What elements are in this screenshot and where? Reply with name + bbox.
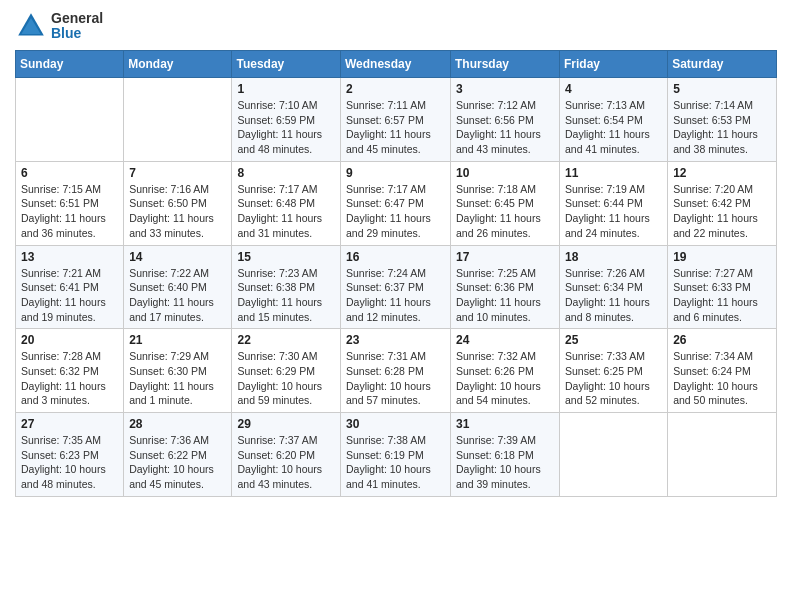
day-info: Sunrise: 7:23 AM Sunset: 6:38 PM Dayligh… <box>237 266 335 325</box>
page-header: General Blue <box>15 10 777 42</box>
day-number: 3 <box>456 82 554 96</box>
calendar-cell: 29Sunrise: 7:37 AM Sunset: 6:20 PM Dayli… <box>232 413 341 497</box>
day-info: Sunrise: 7:34 AM Sunset: 6:24 PM Dayligh… <box>673 349 771 408</box>
day-info: Sunrise: 7:17 AM Sunset: 6:47 PM Dayligh… <box>346 182 445 241</box>
calendar-cell <box>124 78 232 162</box>
day-number: 1 <box>237 82 335 96</box>
day-info: Sunrise: 7:38 AM Sunset: 6:19 PM Dayligh… <box>346 433 445 492</box>
day-info: Sunrise: 7:35 AM Sunset: 6:23 PM Dayligh… <box>21 433 118 492</box>
calendar-cell: 25Sunrise: 7:33 AM Sunset: 6:25 PM Dayli… <box>560 329 668 413</box>
day-number: 12 <box>673 166 771 180</box>
day-info: Sunrise: 7:39 AM Sunset: 6:18 PM Dayligh… <box>456 433 554 492</box>
day-number: 15 <box>237 250 335 264</box>
day-number: 18 <box>565 250 662 264</box>
day-info: Sunrise: 7:28 AM Sunset: 6:32 PM Dayligh… <box>21 349 118 408</box>
calendar-cell: 27Sunrise: 7:35 AM Sunset: 6:23 PM Dayli… <box>16 413 124 497</box>
calendar-cell: 11Sunrise: 7:19 AM Sunset: 6:44 PM Dayli… <box>560 161 668 245</box>
day-info: Sunrise: 7:26 AM Sunset: 6:34 PM Dayligh… <box>565 266 662 325</box>
calendar-cell: 23Sunrise: 7:31 AM Sunset: 6:28 PM Dayli… <box>341 329 451 413</box>
calendar-cell: 6Sunrise: 7:15 AM Sunset: 6:51 PM Daylig… <box>16 161 124 245</box>
weekday-header: Friday <box>560 51 668 78</box>
calendar-cell: 3Sunrise: 7:12 AM Sunset: 6:56 PM Daylig… <box>451 78 560 162</box>
day-number: 10 <box>456 166 554 180</box>
calendar-cell: 22Sunrise: 7:30 AM Sunset: 6:29 PM Dayli… <box>232 329 341 413</box>
weekday-header: Wednesday <box>341 51 451 78</box>
calendar-cell: 8Sunrise: 7:17 AM Sunset: 6:48 PM Daylig… <box>232 161 341 245</box>
day-number: 2 <box>346 82 445 96</box>
calendar-week-row: 1Sunrise: 7:10 AM Sunset: 6:59 PM Daylig… <box>16 78 777 162</box>
day-info: Sunrise: 7:12 AM Sunset: 6:56 PM Dayligh… <box>456 98 554 157</box>
calendar-cell: 16Sunrise: 7:24 AM Sunset: 6:37 PM Dayli… <box>341 245 451 329</box>
logo-text: General Blue <box>51 11 103 42</box>
calendar-cell <box>668 413 777 497</box>
logo: General Blue <box>15 10 103 42</box>
weekday-header: Saturday <box>668 51 777 78</box>
day-number: 19 <box>673 250 771 264</box>
weekday-header: Thursday <box>451 51 560 78</box>
day-info: Sunrise: 7:11 AM Sunset: 6:57 PM Dayligh… <box>346 98 445 157</box>
day-number: 24 <box>456 333 554 347</box>
calendar-week-row: 27Sunrise: 7:35 AM Sunset: 6:23 PM Dayli… <box>16 413 777 497</box>
calendar-week-row: 13Sunrise: 7:21 AM Sunset: 6:41 PM Dayli… <box>16 245 777 329</box>
calendar-cell: 20Sunrise: 7:28 AM Sunset: 6:32 PM Dayli… <box>16 329 124 413</box>
day-info: Sunrise: 7:20 AM Sunset: 6:42 PM Dayligh… <box>673 182 771 241</box>
day-number: 29 <box>237 417 335 431</box>
day-info: Sunrise: 7:24 AM Sunset: 6:37 PM Dayligh… <box>346 266 445 325</box>
weekday-header: Tuesday <box>232 51 341 78</box>
logo-icon <box>15 10 47 42</box>
calendar-table: SundayMondayTuesdayWednesdayThursdayFrid… <box>15 50 777 497</box>
calendar-week-row: 6Sunrise: 7:15 AM Sunset: 6:51 PM Daylig… <box>16 161 777 245</box>
day-number: 17 <box>456 250 554 264</box>
day-number: 25 <box>565 333 662 347</box>
weekday-header: Monday <box>124 51 232 78</box>
weekday-header-row: SundayMondayTuesdayWednesdayThursdayFrid… <box>16 51 777 78</box>
calendar-cell: 4Sunrise: 7:13 AM Sunset: 6:54 PM Daylig… <box>560 78 668 162</box>
calendar-cell: 24Sunrise: 7:32 AM Sunset: 6:26 PM Dayli… <box>451 329 560 413</box>
calendar-cell <box>16 78 124 162</box>
day-info: Sunrise: 7:31 AM Sunset: 6:28 PM Dayligh… <box>346 349 445 408</box>
day-info: Sunrise: 7:14 AM Sunset: 6:53 PM Dayligh… <box>673 98 771 157</box>
day-number: 22 <box>237 333 335 347</box>
calendar-cell: 13Sunrise: 7:21 AM Sunset: 6:41 PM Dayli… <box>16 245 124 329</box>
calendar-cell: 26Sunrise: 7:34 AM Sunset: 6:24 PM Dayli… <box>668 329 777 413</box>
day-number: 13 <box>21 250 118 264</box>
calendar-cell: 28Sunrise: 7:36 AM Sunset: 6:22 PM Dayli… <box>124 413 232 497</box>
calendar-cell: 9Sunrise: 7:17 AM Sunset: 6:47 PM Daylig… <box>341 161 451 245</box>
day-info: Sunrise: 7:29 AM Sunset: 6:30 PM Dayligh… <box>129 349 226 408</box>
calendar-cell: 31Sunrise: 7:39 AM Sunset: 6:18 PM Dayli… <box>451 413 560 497</box>
day-info: Sunrise: 7:33 AM Sunset: 6:25 PM Dayligh… <box>565 349 662 408</box>
day-number: 6 <box>21 166 118 180</box>
day-number: 20 <box>21 333 118 347</box>
day-number: 7 <box>129 166 226 180</box>
day-number: 30 <box>346 417 445 431</box>
calendar-cell: 2Sunrise: 7:11 AM Sunset: 6:57 PM Daylig… <box>341 78 451 162</box>
calendar-cell: 12Sunrise: 7:20 AM Sunset: 6:42 PM Dayli… <box>668 161 777 245</box>
day-info: Sunrise: 7:36 AM Sunset: 6:22 PM Dayligh… <box>129 433 226 492</box>
calendar-cell: 7Sunrise: 7:16 AM Sunset: 6:50 PM Daylig… <box>124 161 232 245</box>
day-info: Sunrise: 7:17 AM Sunset: 6:48 PM Dayligh… <box>237 182 335 241</box>
calendar-week-row: 20Sunrise: 7:28 AM Sunset: 6:32 PM Dayli… <box>16 329 777 413</box>
calendar-cell <box>560 413 668 497</box>
day-number: 9 <box>346 166 445 180</box>
day-number: 21 <box>129 333 226 347</box>
day-info: Sunrise: 7:25 AM Sunset: 6:36 PM Dayligh… <box>456 266 554 325</box>
day-number: 8 <box>237 166 335 180</box>
day-number: 26 <box>673 333 771 347</box>
day-number: 27 <box>21 417 118 431</box>
day-info: Sunrise: 7:13 AM Sunset: 6:54 PM Dayligh… <box>565 98 662 157</box>
day-info: Sunrise: 7:19 AM Sunset: 6:44 PM Dayligh… <box>565 182 662 241</box>
calendar-cell: 21Sunrise: 7:29 AM Sunset: 6:30 PM Dayli… <box>124 329 232 413</box>
calendar-cell: 15Sunrise: 7:23 AM Sunset: 6:38 PM Dayli… <box>232 245 341 329</box>
calendar-cell: 17Sunrise: 7:25 AM Sunset: 6:36 PM Dayli… <box>451 245 560 329</box>
calendar-cell: 5Sunrise: 7:14 AM Sunset: 6:53 PM Daylig… <box>668 78 777 162</box>
day-number: 16 <box>346 250 445 264</box>
day-info: Sunrise: 7:10 AM Sunset: 6:59 PM Dayligh… <box>237 98 335 157</box>
calendar-cell: 30Sunrise: 7:38 AM Sunset: 6:19 PM Dayli… <box>341 413 451 497</box>
day-info: Sunrise: 7:32 AM Sunset: 6:26 PM Dayligh… <box>456 349 554 408</box>
day-info: Sunrise: 7:30 AM Sunset: 6:29 PM Dayligh… <box>237 349 335 408</box>
calendar-cell: 14Sunrise: 7:22 AM Sunset: 6:40 PM Dayli… <box>124 245 232 329</box>
day-number: 31 <box>456 417 554 431</box>
day-number: 23 <box>346 333 445 347</box>
day-info: Sunrise: 7:37 AM Sunset: 6:20 PM Dayligh… <box>237 433 335 492</box>
calendar-cell: 10Sunrise: 7:18 AM Sunset: 6:45 PM Dayli… <box>451 161 560 245</box>
